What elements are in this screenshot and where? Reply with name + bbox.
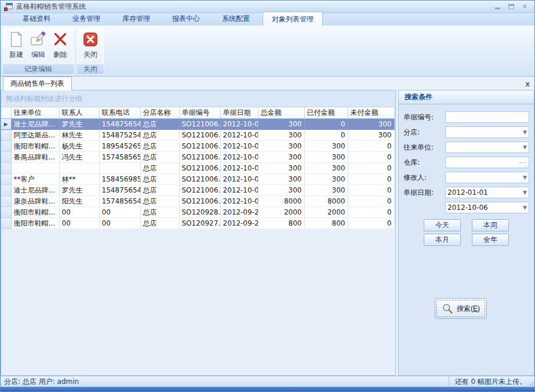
cell[interactable]: 总店 xyxy=(140,152,179,163)
ellipsis-icon[interactable]: ··· xyxy=(519,159,527,166)
edit-button[interactable]: 编辑 xyxy=(27,28,49,64)
table-row[interactable]: 衡阳市鞋帽...0000总店SO120927...2012-09-2780080… xyxy=(1,218,394,229)
cell[interactable]: SO120927... xyxy=(179,218,220,229)
delete-button[interactable]: 删除 xyxy=(49,28,71,64)
cell[interactable]: 0 xyxy=(348,141,394,152)
close-view-button[interactable]: 关闭 xyxy=(79,28,101,64)
this-week-button[interactable]: 本周 xyxy=(472,219,509,231)
this-month-button[interactable]: 本月 xyxy=(424,234,461,246)
chevron-down-icon[interactable]: ▼ xyxy=(523,205,527,210)
row-indicator[interactable]: ▶ xyxy=(1,119,11,130)
cell[interactable] xyxy=(11,163,59,174)
cell[interactable]: SO121006... xyxy=(179,141,220,152)
cell[interactable]: 2012-09-27 xyxy=(220,218,258,229)
cell[interactable]: 157485654... xyxy=(99,196,140,207)
cell[interactable]: SO121006... xyxy=(179,119,220,130)
cell[interactable]: SO121006... xyxy=(179,196,220,207)
cell[interactable]: 300 xyxy=(304,185,348,196)
cell[interactable] xyxy=(59,163,99,174)
ribbon-tab-object-list-mgmt[interactable]: 对象列表管理 xyxy=(263,12,323,26)
cell[interactable]: 300 xyxy=(258,130,304,141)
table-row[interactable]: 衡阳市鞋帽...杨先生189545265...总店SO121006...2012… xyxy=(1,141,394,152)
row-indicator[interactable] xyxy=(1,207,11,218)
bill-no-input[interactable] xyxy=(445,111,529,123)
table-row[interactable]: **客户林**158456985...总店SO121006...2012-10-… xyxy=(1,174,394,185)
today-button[interactable]: 今天 xyxy=(424,219,461,231)
cell[interactable]: 阿里达斯品... xyxy=(11,130,59,141)
cell[interactable]: 2000 xyxy=(258,207,304,218)
cell[interactable]: SO121006... xyxy=(179,130,220,141)
cell[interactable]: 衡阳市鞋帽... xyxy=(11,141,59,152)
ribbon-tab-system-config[interactable]: 系统配置 xyxy=(213,12,259,26)
cell[interactable] xyxy=(99,163,140,174)
cell[interactable]: SO121006... xyxy=(179,163,220,174)
cell[interactable]: 罗先生 xyxy=(59,119,99,130)
cell[interactable]: 2012-09-28 xyxy=(220,207,258,218)
cell[interactable]: 00 xyxy=(59,207,99,218)
cell[interactable]: 2012-10-06 xyxy=(220,163,258,174)
search-button[interactable]: 搜索(E) xyxy=(435,298,487,319)
row-indicator[interactable] xyxy=(1,163,11,174)
row-indicator[interactable] xyxy=(1,218,11,229)
cell[interactable]: 800 xyxy=(258,218,304,229)
cell[interactable]: 800 xyxy=(304,218,348,229)
cell[interactable]: 0 xyxy=(304,119,348,130)
ribbon-tab-report-center[interactable]: 报表中心 xyxy=(163,12,209,26)
date-from-select[interactable]: 2012-01-01▼ xyxy=(445,187,529,198)
row-indicator[interactable] xyxy=(1,141,11,152)
row-indicator[interactable] xyxy=(1,196,11,207)
row-indicator[interactable] xyxy=(1,185,11,196)
partner-select[interactable]: ▼ xyxy=(445,141,529,153)
cell[interactable]: 158456985... xyxy=(99,174,140,185)
cell[interactable]: 康奈品牌鞋... xyxy=(11,196,59,207)
cell[interactable]: 2000 xyxy=(304,207,348,218)
cell[interactable]: 2012-10-06 xyxy=(220,152,258,163)
cell[interactable]: 总店 xyxy=(140,207,179,218)
cell[interactable]: 0 xyxy=(348,152,394,163)
cell[interactable]: 总店 xyxy=(140,174,179,185)
minimize-icon[interactable] xyxy=(495,8,500,9)
close-icon[interactable]: ✕ xyxy=(522,3,527,10)
cell[interactable]: 0 xyxy=(348,207,394,218)
table-row[interactable]: 衡阳市鞋帽...0000总店SO120928...2012-09-2820002… xyxy=(1,207,394,218)
column-header-6[interactable]: 总金额 xyxy=(258,107,304,119)
cell[interactable]: 0 xyxy=(348,163,394,174)
cell[interactable]: 300 xyxy=(304,141,348,152)
cell[interactable]: 189545265... xyxy=(99,141,140,152)
cell[interactable]: 2012-10-06 xyxy=(220,141,258,152)
cell[interactable]: 总店 xyxy=(140,196,179,207)
cell[interactable]: 300 xyxy=(348,130,394,141)
cell[interactable]: 迪士尼品牌... xyxy=(11,185,59,196)
cell[interactable]: 0 xyxy=(348,185,394,196)
group-by-box[interactable]: 拖动列标题到这进行分组 xyxy=(1,90,395,107)
tab-sales-order-list[interactable]: 商品销售单--列表 xyxy=(3,77,72,90)
cell[interactable]: **客户 xyxy=(11,174,59,185)
column-header-3[interactable]: 分店名称 xyxy=(140,107,179,119)
cell[interactable]: 00 xyxy=(59,218,99,229)
cell[interactable]: 00 xyxy=(99,218,140,229)
warehouse-picker[interactable]: ··· xyxy=(445,157,529,168)
table-row[interactable]: 迪士尼品牌...罗先生154875654...总店SO121006...2012… xyxy=(1,185,394,196)
cell[interactable]: 迪士尼品牌... xyxy=(11,119,59,130)
column-header-4[interactable]: 单据编号 xyxy=(179,107,220,119)
maximize-icon[interactable] xyxy=(508,4,514,9)
cell[interactable]: 300 xyxy=(258,119,304,130)
cell[interactable]: SO120928... xyxy=(179,207,220,218)
cell[interactable]: 154875654... xyxy=(99,185,140,196)
cell[interactable]: 总店 xyxy=(140,218,179,229)
column-header-7[interactable]: 已付金额 xyxy=(304,107,348,119)
column-header-8[interactable]: 未付金额 xyxy=(348,107,394,119)
cell[interactable]: 8000 xyxy=(258,196,304,207)
table-row[interactable]: 康奈品牌鞋...阳先生157485654...总店SO121006...2012… xyxy=(1,196,394,207)
date-to-select[interactable]: 2012-10-06▼ xyxy=(445,202,529,213)
column-header-5[interactable]: 单据日期 xyxy=(220,107,258,119)
cell[interactable]: 154875254... xyxy=(99,130,140,141)
new-button[interactable]: 新建 xyxy=(5,28,27,64)
cell[interactable]: 300 xyxy=(304,163,348,174)
cell[interactable]: 0 xyxy=(348,174,394,185)
cell[interactable]: 总店 xyxy=(140,130,179,141)
ribbon-tab-basic-data[interactable]: 基础资料 xyxy=(13,12,60,26)
cell[interactable]: 2012-10-06 xyxy=(220,196,258,207)
cell[interactable]: 8000 xyxy=(304,196,348,207)
cell[interactable]: 总店 xyxy=(140,119,179,130)
